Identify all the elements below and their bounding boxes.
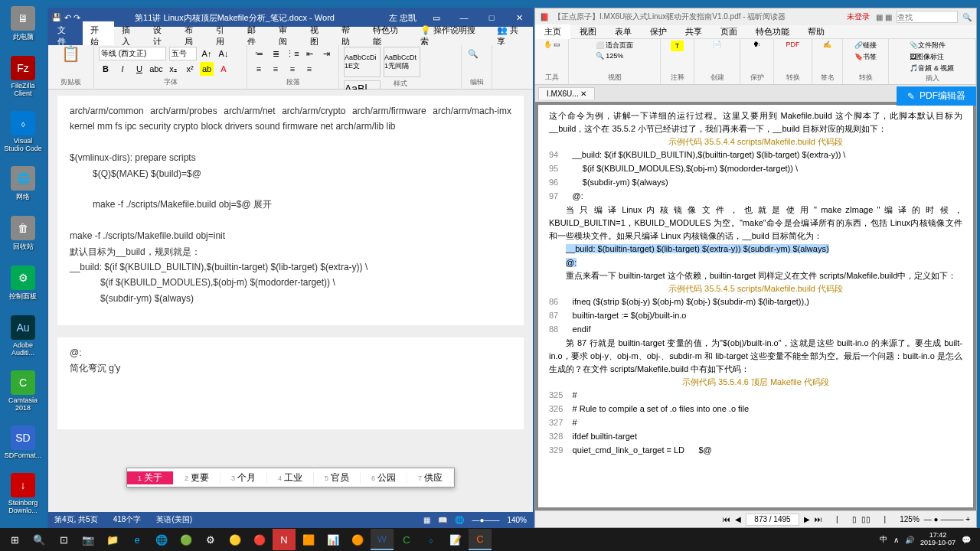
grow-font-icon[interactable]: A↑ bbox=[200, 47, 214, 60]
align-right-icon[interactable]: ≡ bbox=[286, 62, 299, 76]
view-single-icon[interactable]: ▯ bbox=[852, 515, 857, 523]
view-read-icon[interactable]: 📖 bbox=[438, 516, 447, 524]
find-icon[interactable]: 🔍 bbox=[466, 47, 480, 60]
tb-edge[interactable]: e bbox=[126, 529, 149, 550]
ime-candidate-5[interactable]: 5官员 bbox=[314, 471, 361, 484]
tb-app10[interactable]: 🔴 bbox=[248, 529, 271, 550]
pdf-menu-form[interactable]: 表单 bbox=[606, 24, 641, 39]
read-aloud-icon[interactable]: 🗣 bbox=[753, 41, 760, 48]
tb-app8[interactable]: ⚙ bbox=[199, 529, 222, 550]
last-page-icon[interactable]: ⏭ bbox=[815, 515, 822, 523]
desktop-icon-recycle[interactable]: 🗑回收站 bbox=[4, 216, 42, 252]
pdf-menu-page[interactable]: 页面 bbox=[711, 24, 746, 39]
ime-candidate-bar[interactable]: 1关于 2更要 3个月 4工业 5官员 6公园 7供应 bbox=[126, 468, 455, 487]
link-tool[interactable]: 🔗链接 bbox=[854, 41, 877, 51]
pdf-menu-protect[interactable]: 保护 bbox=[641, 24, 676, 39]
desktop-icon-filezilla[interactable]: FzFileZilla Client bbox=[4, 56, 42, 97]
bullets-icon[interactable]: ≔ bbox=[252, 47, 266, 60]
tb-foxit[interactable]: C bbox=[469, 529, 492, 550]
zoom-value[interactable]: 🔍 125% bbox=[596, 52, 624, 60]
hand-tool-icon[interactable]: ✋ bbox=[544, 41, 552, 48]
tray-volume-icon[interactable]: 🔊 bbox=[905, 536, 914, 544]
desktop-icon-vscode[interactable]: ⬨Visual Studio Code bbox=[4, 111, 42, 152]
zoom-value[interactable]: 140% bbox=[507, 516, 527, 524]
language-indicator[interactable]: 英语(美国) bbox=[156, 514, 192, 525]
font-family-select[interactable] bbox=[99, 47, 166, 60]
highlight-button[interactable]: ab bbox=[200, 62, 214, 76]
next-page-icon[interactable]: ▶ bbox=[804, 515, 810, 523]
pdf-tab-1[interactable]: I.MX6U... ✕ bbox=[538, 87, 595, 99]
word-document-area[interactable]: arch/arm/common arch/arm/probes arch/arm… bbox=[48, 90, 533, 512]
tb-chrome[interactable]: 🌐 bbox=[150, 529, 173, 550]
indent-inc-icon[interactable]: ⇥ bbox=[319, 47, 333, 60]
style-nospace[interactable]: AaBbCcDt 1无间隔 bbox=[384, 47, 420, 77]
text-highlight-icon[interactable]: T bbox=[671, 41, 684, 51]
pdf-zoom-slider[interactable]: — ● ——— + bbox=[924, 515, 970, 523]
search-button[interactable]: 🔍 bbox=[28, 529, 51, 550]
ime-candidate-4[interactable]: 4工业 bbox=[267, 471, 314, 484]
desktop-icon-control[interactable]: ⚙控制面板 bbox=[4, 266, 42, 302]
desktop-icon-camtasia[interactable]: CCamtasia 2018 bbox=[4, 370, 42, 412]
taskview-button[interactable]: ⊡ bbox=[52, 529, 75, 550]
view-grid-icon[interactable]: ▦ ▦ bbox=[876, 13, 892, 21]
start-button[interactable]: ⊞ bbox=[3, 529, 26, 550]
ime-candidate-2[interactable]: 2更要 bbox=[174, 471, 220, 484]
tb-explorer[interactable]: 📁 bbox=[101, 529, 124, 550]
notification-icon[interactable]: 💬 bbox=[962, 536, 971, 544]
pdf-menu-view[interactable]: 视图 bbox=[570, 24, 606, 39]
page-indicator[interactable]: 第4页, 共5页 bbox=[54, 514, 98, 525]
style-normal[interactable]: AaBbCcDi 1E文 bbox=[344, 47, 381, 77]
desktop-icon-sdformat[interactable]: SDSDFormat... bbox=[4, 425, 42, 459]
tb-camera[interactable]: 📷 bbox=[77, 529, 100, 550]
file-create-icon[interactable]: 📄 bbox=[713, 41, 721, 48]
tb-vscode[interactable]: ⬨ bbox=[420, 529, 443, 550]
tb-app11[interactable]: N bbox=[273, 529, 296, 550]
view-web-icon[interactable]: 🌐 bbox=[455, 516, 464, 524]
italic-button[interactable]: I bbox=[116, 62, 129, 76]
tb-app12[interactable]: 🟧 bbox=[297, 529, 320, 550]
pdf-search-input[interactable] bbox=[897, 11, 958, 23]
shrink-font-icon[interactable]: A↓ bbox=[217, 47, 230, 60]
bold-button[interactable]: B bbox=[99, 62, 113, 76]
page-input[interactable] bbox=[746, 514, 799, 526]
av-tool[interactable]: 🎵音频 & 视频 bbox=[910, 64, 954, 73]
bookmark-tool[interactable]: 🔖书签 bbox=[854, 52, 877, 62]
pdf-body[interactable]: 这个命令为例，讲解一下详细的运行过程。这里又要用到 Makefile.build… bbox=[535, 102, 976, 510]
pdf-search-icon[interactable]: 🔍 bbox=[962, 13, 972, 21]
align-left-icon[interactable]: ≡ bbox=[252, 62, 266, 76]
desktop-icon-audition[interactable]: AuAdobe Auditi... bbox=[4, 315, 42, 357]
sub-button[interactable]: x₂ bbox=[166, 62, 180, 76]
first-page-icon[interactable]: ⏮ bbox=[723, 515, 730, 523]
sign-icon[interactable]: ✍ bbox=[823, 41, 831, 48]
tb-app13[interactable]: 📊 bbox=[322, 529, 345, 550]
word-count[interactable]: 418个字 bbox=[113, 514, 142, 525]
underline-button[interactable]: U bbox=[132, 62, 146, 76]
convert-pdf-icon[interactable]: PDF bbox=[786, 41, 800, 48]
desktop-icon-computer[interactable]: 🖥此电脑 bbox=[4, 6, 42, 42]
font-size-select[interactable] bbox=[169, 47, 197, 60]
fit-page[interactable]: ⬜ 适合页面 bbox=[596, 41, 634, 51]
indent-dec-icon[interactable]: ⇤ bbox=[302, 47, 316, 60]
pdf-menu-home[interactable]: 主页 bbox=[535, 24, 570, 39]
strike-button[interactable]: abc bbox=[149, 62, 163, 76]
view-print-icon[interactable]: ▦ bbox=[423, 516, 430, 524]
pdf-menu-help[interactable]: 帮助 bbox=[799, 24, 834, 39]
ime-candidate-6[interactable]: 6公园 bbox=[361, 471, 407, 484]
view-cont-icon[interactable]: ▯▯ bbox=[861, 515, 871, 523]
fontcolor-button[interactable]: A bbox=[217, 62, 230, 76]
ime-candidate-1[interactable]: 1关于 bbox=[127, 471, 174, 484]
zoom-slider[interactable]: —●—— bbox=[472, 516, 499, 524]
tb-app16[interactable]: C bbox=[395, 529, 418, 550]
tb-wechat[interactable]: 🟢 bbox=[175, 529, 198, 550]
numbering-icon[interactable]: ≣ bbox=[269, 47, 283, 60]
ime-candidate-7[interactable]: 7供应 bbox=[407, 471, 454, 484]
tb-app14[interactable]: 🟠 bbox=[346, 529, 369, 550]
sup-button[interactable]: x² bbox=[183, 62, 197, 76]
tb-notepad[interactable]: 📝 bbox=[444, 529, 467, 550]
pdf-menu-feature[interactable]: 特色功能 bbox=[746, 24, 799, 39]
image-tool[interactable]: 🖼图像标注 bbox=[910, 52, 944, 62]
align-center-icon[interactable]: ≡ bbox=[269, 62, 283, 76]
pdf-menu-share[interactable]: 共享 bbox=[676, 24, 711, 39]
pdf-editor-button[interactable]: ✎ PDF编辑器 bbox=[897, 86, 976, 106]
attach-tool[interactable]: 📎文件附件 bbox=[910, 41, 946, 51]
